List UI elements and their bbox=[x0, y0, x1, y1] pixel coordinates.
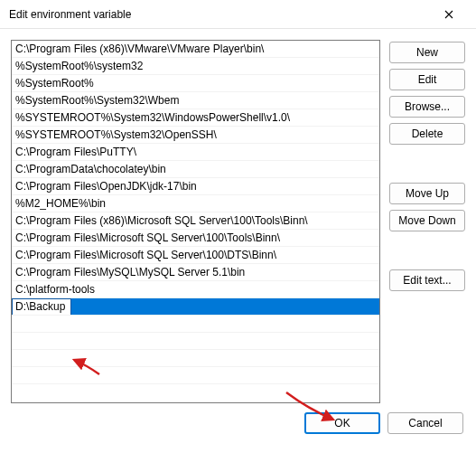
list-item-empty[interactable] bbox=[12, 316, 379, 333]
inline-edit-input[interactable] bbox=[12, 298, 71, 316]
delete-button[interactable]: Delete bbox=[389, 123, 465, 145]
list-item[interactable]: %SystemRoot%\System32\Wbem bbox=[12, 92, 379, 109]
move-down-button[interactable]: Move Down bbox=[389, 210, 465, 231]
list-item[interactable]: C:\Program Files\OpenJDK\jdk-17\bin bbox=[12, 178, 379, 195]
list-item-empty[interactable] bbox=[12, 333, 379, 350]
list-item[interactable]: C:\platform-tools bbox=[12, 281, 379, 298]
list-item[interactable]: %SystemRoot%\system32 bbox=[12, 58, 379, 75]
move-up-button[interactable]: Move Up bbox=[389, 183, 465, 204]
dialog-footer: OK Cancel bbox=[0, 407, 476, 448]
list-item-empty[interactable] bbox=[12, 367, 379, 384]
list-item[interactable]: %SYSTEMROOT%\System32\OpenSSH\ bbox=[12, 127, 379, 144]
list-item[interactable]: C:\ProgramData\chocolatey\bin bbox=[12, 161, 379, 178]
list-item[interactable]: C:\Program Files\Microsoft SQL Server\10… bbox=[12, 247, 379, 264]
window-title: Edit environment variable bbox=[9, 8, 431, 21]
button-sidebar: New Edit Browse... Delete Move Up Move D… bbox=[389, 40, 465, 403]
dialog-content: C:\Program Files (x86)\VMware\VMware Pla… bbox=[0, 29, 476, 407]
edit-text-button[interactable]: Edit text... bbox=[389, 269, 465, 291]
close-button[interactable] bbox=[431, 0, 467, 29]
ok-button[interactable]: OK bbox=[304, 412, 380, 434]
list-item[interactable]: C:\Program Files (x86)\Microsoft SQL Ser… bbox=[12, 212, 379, 230]
path-listbox[interactable]: C:\Program Files (x86)\VMware\VMware Pla… bbox=[11, 40, 380, 403]
new-button[interactable]: New bbox=[389, 42, 465, 63]
list-item-empty[interactable] bbox=[12, 384, 379, 401]
list-item-empty[interactable] bbox=[12, 350, 379, 367]
list-item[interactable]: C:\Program Files\MySQL\MySQL Server 5.1\… bbox=[12, 264, 379, 281]
list-item[interactable]: %M2_HOME%\bin bbox=[12, 195, 379, 212]
cancel-button[interactable]: Cancel bbox=[387, 412, 463, 434]
browse-button[interactable]: Browse... bbox=[389, 96, 465, 118]
list-item[interactable]: %SystemRoot% bbox=[12, 75, 379, 92]
list-item[interactable]: C:\Program Files\Microsoft SQL Server\10… bbox=[12, 230, 379, 247]
titlebar: Edit environment variable bbox=[0, 0, 476, 29]
edit-button[interactable]: Edit bbox=[389, 69, 465, 90]
list-item-editing[interactable] bbox=[12, 298, 379, 316]
list-item[interactable]: C:\Program Files (x86)\VMware\VMware Pla… bbox=[12, 41, 379, 58]
list-item[interactable]: %SYSTEMROOT%\System32\WindowsPowerShell\… bbox=[12, 109, 379, 127]
list-item[interactable]: C:\Program Files\PuTTY\ bbox=[12, 144, 379, 161]
close-icon bbox=[444, 10, 453, 19]
